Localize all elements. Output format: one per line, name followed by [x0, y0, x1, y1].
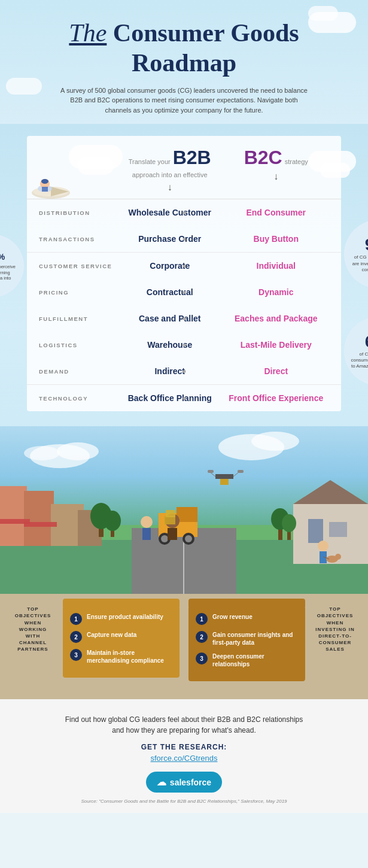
svg-marker-29	[293, 480, 368, 504]
pricing-label: PRICING	[39, 289, 117, 296]
fulfillment-label: FULFILLMENT	[39, 315, 117, 322]
svg-point-54	[318, 541, 329, 551]
demand-b2c: Direct	[223, 366, 330, 376]
demand-label: DEMAND	[39, 368, 117, 375]
left-obj-3-text: Maintain in-store merchandising complian…	[87, 649, 172, 664]
transactions-b2b: Purchase Order	[117, 234, 223, 244]
b2c-strategy-text: strategy	[285, 158, 308, 165]
right-obj-1-text: Grow revenue	[212, 613, 253, 621]
technology-row: TECHNOLOGY Back Office Planning Front Of…	[27, 385, 341, 411]
pricing-row: PRICING Contractual Dynamic	[27, 279, 341, 305]
right-obj-2: 2 Gain consumer insights and first-party…	[196, 631, 298, 647]
svg-rect-51	[168, 528, 177, 540]
b2c-label: B2C	[244, 147, 282, 168]
b2b-label: B2B	[173, 147, 211, 168]
stat-55-bubble: 55 % of CG leaders perceive barriers in …	[0, 235, 24, 298]
pricing-row-wrapper: PRICING Contractual Dynamic	[27, 279, 341, 305]
stat-99-number: 99	[365, 235, 368, 254]
footer-main-text: Find out how global CG leaders feel abou…	[65, 714, 304, 736]
svg-point-12	[251, 432, 299, 451]
footer-cta-link[interactable]: sforce.co/CGtrends	[24, 754, 344, 763]
pricing-b2c: Dynamic	[223, 287, 330, 297]
svg-rect-31	[329, 522, 347, 537]
customer-service-row-wrapper: 55 % of CG leaders perceive barriers in …	[27, 253, 341, 279]
svg-rect-45	[208, 470, 214, 473]
demand-b2b: Indirect	[117, 366, 223, 376]
footer-source: Source: "Consumer Goods and the Battle f…	[24, 799, 344, 804]
transactions-row-wrapper: TRANSACTIONS Purchase Order Buy Button 9…	[27, 226, 341, 253]
svg-rect-32	[278, 528, 282, 540]
airplane-illustration	[18, 166, 72, 210]
customer-service-row: CUSTOMER SERVICE Corporate Individual	[27, 253, 341, 279]
b2b-column-header: Translate your B2B approach into an effe…	[117, 147, 223, 193]
svg-point-48	[141, 516, 153, 528]
svg-point-27	[104, 511, 121, 531]
svg-point-35	[282, 514, 296, 532]
b2b-prefix: Translate your	[129, 158, 171, 165]
technology-label: TECHNOLOGY	[39, 395, 117, 402]
distribution-label: DISTRIBUTION	[39, 210, 117, 216]
objectives-section: TOP OBJECTIVES WHEN WORKING WITH CHANNEL…	[0, 594, 368, 699]
stat-68-bubble: 68 % of CG leaders say consumers are mor…	[344, 317, 368, 386]
svg-rect-37	[177, 507, 197, 522]
transactions-label: TRANSACTIONS	[39, 236, 117, 242]
logistics-row: LOGISTICS Warehouse Last-Mile Delivery	[27, 332, 341, 358]
channel-header-row: Translate your B2B approach into an effe…	[27, 136, 341, 199]
salesforce-name: salesforce	[170, 778, 211, 787]
right-obj-3-text: Deepen consumer relationships	[212, 652, 298, 668]
page-title: The Consumer Goods Roadmap	[24, 18, 344, 78]
objectives-left-box: 1 Ensure product availability 2 Capture …	[63, 606, 180, 678]
transactions-b2c: Buy Button	[223, 234, 330, 244]
title-main: Consumer Goods Roadmap	[107, 19, 299, 77]
fulfillment-row: FULFILLMENT Case and Pallet Eaches and P…	[27, 305, 341, 332]
stat-68-number: 68	[365, 332, 368, 351]
pricing-b2b: Contractual	[117, 287, 223, 297]
svg-rect-53	[166, 510, 175, 517]
left-obj-1: 1 Ensure product availability	[70, 613, 172, 625]
left-obj-1-text: Ensure product availability	[87, 613, 163, 621]
comparison-card: Translate your B2B approach into an effe…	[27, 136, 341, 411]
stat-55-percent: %	[0, 251, 5, 261]
page-wrapper: The Consumer Goods Roadmap A survey of 5…	[0, 0, 368, 813]
right-obj-1: 1 Grow revenue	[196, 613, 298, 625]
footer-cta-label: GET THE RESEARCH:	[24, 743, 344, 751]
svg-point-57	[335, 554, 341, 560]
demand-row-wrapper: DEMAND Indirect Direct 68 % of CG leader…	[27, 358, 341, 385]
objectives-right-box: 1 Grow revenue 2 Gain consumer insights …	[188, 606, 305, 681]
logistics-row-wrapper: LOGISTICS Warehouse Last-Mile Delivery	[27, 332, 341, 358]
svg-rect-52	[165, 516, 175, 524]
header-subtitle: A survey of 500 global consumer goods (C…	[59, 86, 310, 116]
objectives-right-label: TOP OBJECTIVES WHEN INVESTING IN DIRECT-…	[314, 606, 356, 652]
customer-service-label: CUSTOMER SERVICE	[39, 263, 117, 269]
svg-rect-46	[238, 470, 244, 473]
logistics-label: LOGISTICS	[39, 342, 117, 348]
svg-rect-42	[215, 474, 233, 479]
distribution-b2b: Wholesale Customer	[117, 208, 223, 217]
svg-rect-49	[142, 528, 151, 540]
customer-service-b2c: Individual	[223, 261, 330, 271]
left-obj-2-text: Capture new data	[87, 631, 136, 639]
svg-rect-18	[0, 486, 27, 546]
svg-rect-30	[308, 519, 323, 543]
svg-rect-19	[24, 491, 54, 546]
transactions-row: TRANSACTIONS Purchase Order Buy Button	[27, 226, 341, 253]
left-obj-1-num: 1	[70, 613, 82, 625]
stat-55-desc: of CG leaders perceive barriers in turni…	[0, 263, 19, 287]
technology-row-wrapper: TECHNOLOGY Back Office Planning Front Of…	[27, 385, 341, 411]
b2b-arrow: ↓	[117, 182, 223, 193]
fulfillment-b2b: Case and Pallet	[117, 314, 223, 323]
illustration-section	[0, 426, 368, 594]
objectives-left-label: TOP OBJECTIVES WHEN WORKING WITH CHANNEL…	[12, 606, 54, 652]
logistics-b2b: Warehouse	[117, 340, 223, 350]
objectives-container: TOP OBJECTIVES WHEN WORKING WITH CHANNEL…	[12, 606, 356, 681]
technology-b2b: Back Office Planning	[117, 393, 223, 403]
svg-point-39	[161, 535, 168, 542]
stat-99-bubble: 99 % of CG leaders say they are investin…	[344, 220, 368, 289]
left-obj-3: 3 Maintain in-store merchandising compli…	[70, 649, 172, 664]
fulfillment-b2c: Eaches and Package	[223, 314, 330, 323]
stat-99-desc: of CG leaders say they are investing in …	[350, 254, 368, 273]
salesforce-logo: ☁ salesforce	[146, 772, 222, 793]
footer-section: Find out how global CG leaders feel abou…	[0, 699, 368, 813]
logistics-b2c: Last-Mile Delivery	[223, 340, 330, 350]
svg-point-9	[57, 442, 99, 460]
